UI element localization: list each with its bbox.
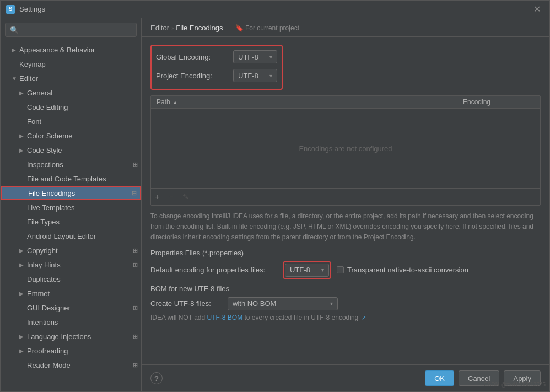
sidebar-item-reader-mode[interactable]: Reader Mode ⊞ xyxy=(1,358,141,372)
caret-icon: ▾ xyxy=(330,300,333,307)
encoding-column-header: Encoding xyxy=(457,96,540,108)
help-button[interactable]: ? xyxy=(150,372,163,384)
sidebar-item-color-scheme[interactable]: ▶ Color Scheme xyxy=(1,128,141,143)
path-column-header: Path ▲ xyxy=(151,96,457,108)
info-text: To change encoding IntelliJ IDEA uses fo… xyxy=(150,211,541,243)
sidebar-item-file-types[interactable]: File Types xyxy=(1,214,141,229)
sidebar-item-label: File and Code Templates xyxy=(27,175,141,183)
bom-dropdown[interactable]: with NO BOM ▾ xyxy=(228,297,338,310)
idea-text-prefix: IDEA will NOT add xyxy=(150,314,207,321)
global-encoding-value: UTF-8 xyxy=(238,53,258,61)
sidebar-item-intentions[interactable]: Intentions xyxy=(1,315,141,329)
sidebar-item-label: Live Templates xyxy=(27,203,141,212)
encoding-settings-group: Global Encoding: UTF-8 ▾ Project Encodin… xyxy=(150,45,283,90)
properties-section-label: Properties Files (*.properties) xyxy=(150,249,541,257)
properties-encoding-row: Default encoding for properties files: U… xyxy=(150,261,541,279)
table-body: Encodings are not configured xyxy=(151,109,540,188)
badge-icon: ⊞ xyxy=(133,247,138,254)
sidebar-item-emmet[interactable]: ▶ Emmet xyxy=(1,286,141,300)
search-icon: 🔍 xyxy=(10,26,19,34)
global-encoding-dropdown[interactable]: UTF-8 ▾ xyxy=(233,50,277,63)
sidebar-item-live-templates[interactable]: Live Templates xyxy=(1,200,141,214)
sidebar-item-label: Inspections xyxy=(27,160,133,169)
sidebar-item-keymap[interactable]: Keymap xyxy=(1,57,141,71)
bom-value: with NO BOM xyxy=(233,299,276,308)
project-encoding-dropdown[interactable]: UTF-8 ▾ xyxy=(233,69,277,82)
encoding-header-label: Encoding xyxy=(463,98,490,106)
arrow-icon: ▶ xyxy=(19,348,27,354)
add-path-button[interactable]: + xyxy=(151,191,163,203)
sidebar-item-label: Intentions xyxy=(27,318,141,326)
watermark: CSDN @zxd1435513775 xyxy=(484,382,546,388)
global-encoding-label: Global Encoding: xyxy=(156,53,228,61)
breadcrumb-separator: › xyxy=(171,24,174,32)
search-box[interactable]: 🔍 xyxy=(5,23,137,37)
sidebar-item-general[interactable]: ▶ General xyxy=(1,85,141,100)
sidebar-item-language-injections[interactable]: ▶ Language Injections ⊞ xyxy=(1,329,141,343)
panel-body: Global Encoding: UTF-8 ▾ Project Encodin… xyxy=(142,37,549,364)
default-encoding-value: UTF-8 xyxy=(290,266,310,274)
breadcrumb-parent: Editor xyxy=(150,24,169,32)
table-toolbar: + − ✎ xyxy=(151,188,540,205)
arrow-icon: ▶ xyxy=(19,147,27,153)
arrow-icon: ▶ xyxy=(19,262,27,268)
caret-icon: ▾ xyxy=(269,54,272,60)
sidebar-item-label: File Encodings xyxy=(28,189,132,197)
breadcrumb: Editor › File Encodings xyxy=(150,24,223,32)
sidebar-item-file-encodings[interactable]: File Encodings ⊞ xyxy=(1,186,141,200)
default-encoding-dropdown-wrapper: UTF-8 ▾ xyxy=(283,261,331,279)
badge-icon: ⊞ xyxy=(133,333,138,340)
app-icon: S xyxy=(6,5,15,14)
sidebar-item-code-style[interactable]: ▶ Code Style xyxy=(1,143,141,157)
default-encoding-dropdown[interactable]: UTF-8 ▾ xyxy=(285,264,329,277)
properties-section: Properties Files (*.properties) Default … xyxy=(150,249,541,279)
arrow-icon: ▶ xyxy=(19,90,27,96)
sidebar-item-label: Proofreading xyxy=(27,347,141,355)
remove-path-button[interactable]: − xyxy=(165,191,177,203)
caret-icon: ▾ xyxy=(269,73,272,79)
project-encoding-value: UTF-8 xyxy=(238,72,258,80)
transparent-checkbox[interactable] xyxy=(337,266,344,273)
sidebar-item-gui-designer[interactable]: GUI Designer ⊞ xyxy=(1,300,141,315)
project-encoding-label: Project Encoding: xyxy=(156,72,228,80)
sidebar-item-inlay-hints[interactable]: ▶ Inlay Hints ⊞ xyxy=(1,257,141,272)
sidebar-item-label: Emmet xyxy=(27,289,141,298)
external-link-icon: ↗ xyxy=(362,315,366,321)
titlebar: S Settings ✕ xyxy=(1,1,549,18)
project-encoding-row: Project Encoding: UTF-8 ▾ xyxy=(156,69,277,82)
sidebar-item-label: Reader Mode xyxy=(27,361,133,369)
edit-path-button[interactable]: ✎ xyxy=(180,191,192,203)
badge-icon: ⊞ xyxy=(133,304,138,312)
main-panel: Editor › File Encodings 🔖 For current pr… xyxy=(142,18,549,391)
sidebar-item-label: Editor xyxy=(19,74,141,83)
encodings-table: Path ▲ Encoding Encodings are not config… xyxy=(150,95,541,206)
sidebar-item-label: Appearance & Behavior xyxy=(19,46,141,54)
panel-header: Editor › File Encodings 🔖 For current pr… xyxy=(142,18,549,37)
utf8-bom-link[interactable]: UTF-8 BOM xyxy=(207,314,242,321)
sidebar-item-label: File Types xyxy=(27,218,141,226)
transparent-label: Transparent native-to-ascii conversion xyxy=(347,266,468,274)
ok-button[interactable]: OK xyxy=(425,370,454,386)
for-project-link[interactable]: 🔖 For current project xyxy=(235,24,299,32)
arrow-icon: ▼ xyxy=(12,76,19,82)
close-button[interactable]: ✕ xyxy=(530,3,544,15)
empty-table-message: Encodings are not configured xyxy=(299,144,392,153)
sidebar-item-label: Android Layout Editor xyxy=(27,232,141,240)
sidebar-item-code-editing[interactable]: Code Editing xyxy=(1,100,141,114)
arrow-icon: ▶ xyxy=(19,334,27,340)
breadcrumb-current: File Encodings xyxy=(176,24,223,32)
sidebar-item-duplicates[interactable]: Duplicates xyxy=(1,272,141,286)
sidebar-item-appearance[interactable]: ▶ Appearance & Behavior xyxy=(1,42,141,57)
sidebar-item-android-layout-editor[interactable]: Android Layout Editor xyxy=(1,229,141,243)
sidebar-item-editor[interactable]: ▼ Editor xyxy=(1,71,141,85)
sidebar-item-file-code-templates[interactable]: File and Code Templates xyxy=(1,171,141,186)
sidebar-item-label: Copyright xyxy=(27,246,133,255)
sidebar-item-copyright[interactable]: ▶ Copyright ⊞ xyxy=(1,243,141,257)
sidebar-tree: ▶ Appearance & Behavior Keymap ▼ Editor … xyxy=(1,41,141,391)
sidebar-item-proofreading[interactable]: ▶ Proofreading xyxy=(1,343,141,358)
sidebar-item-inspections[interactable]: Inspections ⊞ xyxy=(1,157,141,171)
sidebar-item-label: GUI Designer xyxy=(27,304,133,312)
table-header: Path ▲ Encoding xyxy=(151,96,540,109)
sidebar-item-font[interactable]: Font xyxy=(1,114,141,128)
settings-window: S Settings ✕ 🔍 ▶ Appearance & Behavior K… xyxy=(0,0,550,392)
